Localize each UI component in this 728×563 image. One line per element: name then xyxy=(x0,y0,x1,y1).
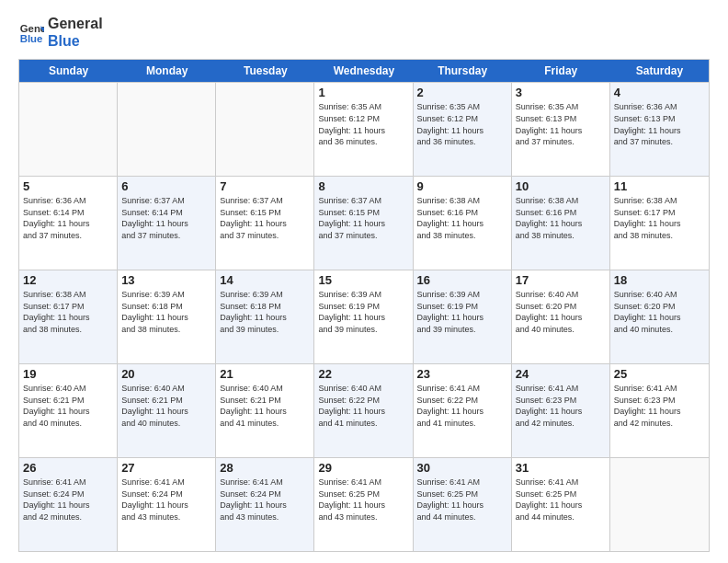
day-number: 31 xyxy=(516,461,606,475)
calendar-cell: 11Sunrise: 6:38 AM Sunset: 6:17 PM Dayli… xyxy=(610,177,709,270)
page: General Blue General Blue SundayMondayTu… xyxy=(0,0,728,563)
calendar-cell: 28Sunrise: 6:41 AM Sunset: 6:24 PM Dayli… xyxy=(216,458,314,551)
day-number: 20 xyxy=(121,367,211,381)
calendar-cell: 18Sunrise: 6:40 AM Sunset: 6:20 PM Dayli… xyxy=(610,270,709,363)
logo-blue: Blue xyxy=(48,32,103,50)
logo: General Blue General Blue xyxy=(18,15,103,50)
day-number: 25 xyxy=(614,367,705,381)
calendar-cell: 25Sunrise: 6:41 AM Sunset: 6:23 PM Dayli… xyxy=(610,364,709,457)
day-info: Sunrise: 6:35 AM Sunset: 6:12 PM Dayligh… xyxy=(318,101,408,147)
calendar-cell: 14Sunrise: 6:39 AM Sunset: 6:18 PM Dayli… xyxy=(216,270,314,363)
weekday-header: Friday xyxy=(512,60,610,82)
weekday-header: Thursday xyxy=(414,60,512,82)
day-info: Sunrise: 6:35 AM Sunset: 6:12 PM Dayligh… xyxy=(417,101,507,147)
day-number: 23 xyxy=(417,367,507,381)
svg-text:Blue: Blue xyxy=(20,33,43,44)
day-info: Sunrise: 6:37 AM Sunset: 6:15 PM Dayligh… xyxy=(318,195,408,241)
day-info: Sunrise: 6:39 AM Sunset: 6:19 PM Dayligh… xyxy=(318,289,408,335)
day-info: Sunrise: 6:41 AM Sunset: 6:25 PM Dayligh… xyxy=(417,477,507,523)
calendar-cell xyxy=(216,83,314,176)
day-number: 9 xyxy=(417,179,507,193)
day-number: 28 xyxy=(220,461,310,475)
day-number: 8 xyxy=(318,179,408,193)
calendar-cell: 24Sunrise: 6:41 AM Sunset: 6:23 PM Dayli… xyxy=(512,364,610,457)
weekday-header: Monday xyxy=(118,60,216,82)
calendar-cell: 7Sunrise: 6:37 AM Sunset: 6:15 PM Daylig… xyxy=(216,177,314,270)
calendar-cell: 13Sunrise: 6:39 AM Sunset: 6:18 PM Dayli… xyxy=(118,270,216,363)
day-number: 12 xyxy=(23,273,113,287)
calendar-cell: 8Sunrise: 6:37 AM Sunset: 6:15 PM Daylig… xyxy=(314,177,413,270)
calendar-cell: 27Sunrise: 6:41 AM Sunset: 6:24 PM Dayli… xyxy=(118,458,216,551)
day-info: Sunrise: 6:38 AM Sunset: 6:16 PM Dayligh… xyxy=(516,195,606,241)
calendar-cell: 31Sunrise: 6:41 AM Sunset: 6:25 PM Dayli… xyxy=(512,458,610,551)
calendar-cell: 26Sunrise: 6:41 AM Sunset: 6:24 PM Dayli… xyxy=(19,458,118,551)
calendar-cell: 19Sunrise: 6:40 AM Sunset: 6:21 PM Dayli… xyxy=(19,364,118,457)
day-number: 2 xyxy=(417,86,507,99)
day-info: Sunrise: 6:40 AM Sunset: 6:21 PM Dayligh… xyxy=(220,383,310,429)
calendar-cell: 12Sunrise: 6:38 AM Sunset: 6:17 PM Dayli… xyxy=(19,270,118,363)
day-info: Sunrise: 6:35 AM Sunset: 6:13 PM Dayligh… xyxy=(516,101,606,147)
day-info: Sunrise: 6:38 AM Sunset: 6:17 PM Dayligh… xyxy=(23,289,113,335)
day-number: 22 xyxy=(318,367,408,381)
day-number: 3 xyxy=(516,86,606,99)
calendar-cell: 22Sunrise: 6:40 AM Sunset: 6:22 PM Dayli… xyxy=(314,364,413,457)
day-info: Sunrise: 6:40 AM Sunset: 6:21 PM Dayligh… xyxy=(121,383,211,429)
day-number: 19 xyxy=(23,367,113,381)
calendar-header: SundayMondayTuesdayWednesdayThursdayFrid… xyxy=(19,60,709,82)
day-number: 26 xyxy=(23,461,113,475)
day-info: Sunrise: 6:41 AM Sunset: 6:22 PM Dayligh… xyxy=(417,383,507,429)
logo-general: General xyxy=(48,15,103,32)
day-number: 17 xyxy=(516,273,606,287)
calendar-cell: 10Sunrise: 6:38 AM Sunset: 6:16 PM Dayli… xyxy=(512,177,610,270)
calendar-week-row: 1Sunrise: 6:35 AM Sunset: 6:12 PM Daylig… xyxy=(19,82,709,176)
calendar-cell: 5Sunrise: 6:36 AM Sunset: 6:14 PM Daylig… xyxy=(19,177,118,270)
day-info: Sunrise: 6:40 AM Sunset: 6:22 PM Dayligh… xyxy=(318,383,408,429)
day-info: Sunrise: 6:38 AM Sunset: 6:16 PM Dayligh… xyxy=(417,195,507,241)
day-info: Sunrise: 6:40 AM Sunset: 6:20 PM Dayligh… xyxy=(516,289,606,335)
header: General Blue General Blue xyxy=(18,15,710,50)
weekday-header: Sunday xyxy=(19,60,118,82)
calendar-cell xyxy=(19,83,118,176)
calendar-cell: 2Sunrise: 6:35 AM Sunset: 6:12 PM Daylig… xyxy=(414,83,512,176)
day-number: 21 xyxy=(220,367,310,381)
day-number: 24 xyxy=(516,367,606,381)
day-info: Sunrise: 6:41 AM Sunset: 6:24 PM Dayligh… xyxy=(220,477,310,523)
day-info: Sunrise: 6:41 AM Sunset: 6:23 PM Dayligh… xyxy=(614,383,705,429)
day-info: Sunrise: 6:41 AM Sunset: 6:24 PM Dayligh… xyxy=(121,477,211,523)
day-number: 18 xyxy=(614,273,705,287)
calendar-cell: 1Sunrise: 6:35 AM Sunset: 6:12 PM Daylig… xyxy=(314,83,413,176)
calendar-cell: 29Sunrise: 6:41 AM Sunset: 6:25 PM Dayli… xyxy=(314,458,413,551)
calendar-week-row: 19Sunrise: 6:40 AM Sunset: 6:21 PM Dayli… xyxy=(19,363,709,457)
calendar-body: 1Sunrise: 6:35 AM Sunset: 6:12 PM Daylig… xyxy=(19,82,709,551)
day-number: 30 xyxy=(417,461,507,475)
calendar-cell: 21Sunrise: 6:40 AM Sunset: 6:21 PM Dayli… xyxy=(216,364,314,457)
calendar-cell: 17Sunrise: 6:40 AM Sunset: 6:20 PM Dayli… xyxy=(512,270,610,363)
calendar-cell: 4Sunrise: 6:36 AM Sunset: 6:13 PM Daylig… xyxy=(610,83,709,176)
calendar-cell: 30Sunrise: 6:41 AM Sunset: 6:25 PM Dayli… xyxy=(414,458,512,551)
day-number: 1 xyxy=(318,86,408,99)
weekday-header: Saturday xyxy=(610,60,709,82)
day-number: 16 xyxy=(417,273,507,287)
day-number: 14 xyxy=(220,273,310,287)
day-number: 4 xyxy=(614,86,705,99)
day-number: 6 xyxy=(121,179,211,193)
day-number: 5 xyxy=(23,179,113,193)
day-info: Sunrise: 6:39 AM Sunset: 6:18 PM Dayligh… xyxy=(220,289,310,335)
day-number: 29 xyxy=(318,461,408,475)
day-info: Sunrise: 6:41 AM Sunset: 6:25 PM Dayligh… xyxy=(318,477,408,523)
day-number: 7 xyxy=(220,179,310,193)
calendar-cell xyxy=(610,458,709,551)
calendar: SundayMondayTuesdayWednesdayThursdayFrid… xyxy=(18,59,710,552)
calendar-cell: 6Sunrise: 6:37 AM Sunset: 6:14 PM Daylig… xyxy=(118,177,216,270)
day-info: Sunrise: 6:41 AM Sunset: 6:25 PM Dayligh… xyxy=(516,477,606,523)
weekday-header: Tuesday xyxy=(216,60,314,82)
day-info: Sunrise: 6:37 AM Sunset: 6:14 PM Dayligh… xyxy=(121,195,211,241)
day-number: 27 xyxy=(121,461,211,475)
calendar-cell: 16Sunrise: 6:39 AM Sunset: 6:19 PM Dayli… xyxy=(414,270,512,363)
calendar-cell: 23Sunrise: 6:41 AM Sunset: 6:22 PM Dayli… xyxy=(414,364,512,457)
day-number: 15 xyxy=(318,273,408,287)
calendar-cell: 20Sunrise: 6:40 AM Sunset: 6:21 PM Dayli… xyxy=(118,364,216,457)
day-info: Sunrise: 6:40 AM Sunset: 6:20 PM Dayligh… xyxy=(614,289,705,335)
calendar-week-row: 26Sunrise: 6:41 AM Sunset: 6:24 PM Dayli… xyxy=(19,457,709,551)
logo-icon: General Blue xyxy=(18,19,44,45)
